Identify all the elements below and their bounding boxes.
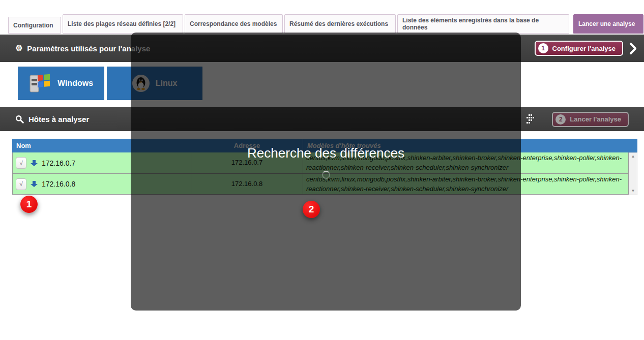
validate-check-button[interactable]: √: [16, 178, 26, 190]
tab-label: Configuration: [13, 22, 53, 29]
step-1-circle: 1: [538, 43, 548, 53]
windows-os-button[interactable]: Windows: [18, 67, 104, 100]
step-badge-1: 1: [20, 196, 38, 213]
scroll-up-icon[interactable]: ▲: [631, 154, 635, 159]
validate-check-button[interactable]: √: [16, 157, 26, 169]
gear-icon: ⚙: [15, 44, 22, 52]
launch-analysis-button[interactable]: 2 Lancer l'analyse: [552, 112, 629, 127]
tab-lancer-une-analyse[interactable]: Lancer une analyse: [573, 14, 643, 34]
tab-liste-des-plages-r-seau-d-finies-2-2[interactable]: Liste des plages réseau définies [2/2]: [63, 14, 183, 34]
configure-analysis-button[interactable]: 1 Configurer l'analyse: [535, 41, 623, 56]
windows-logo-icon: [29, 73, 51, 94]
step-badge-2: 2: [303, 201, 320, 218]
down-arrow-icon[interactable]: [31, 180, 38, 188]
loading-message: Recherche des différences: [131, 145, 521, 161]
tab-label: Correspondance des modèles: [190, 20, 277, 27]
tab-label: Lancer une analyse: [578, 20, 635, 27]
windows-button-label: Windows: [57, 79, 93, 88]
tab-r-sum-des-derni-res-ex-cutions[interactable]: Résumé des dernières exécutions: [284, 14, 396, 34]
configure-analysis-label: Configurer l'analyse: [552, 45, 616, 52]
tab-bar: ConfigurationListe des plages réseau déf…: [0, 14, 644, 34]
tasks-grid-icon[interactable]: [526, 114, 534, 125]
tab-correspondance-des-mod-les[interactable]: Correspondance des modèles: [185, 14, 283, 34]
scroll-down-icon[interactable]: ▼: [631, 189, 635, 193]
tab-label: Liste des plages réseau définies [2/2]: [68, 20, 175, 27]
params-section-title: ⚙ Paramètres utilisés pour l'analyse: [15, 44, 150, 53]
search-icon: [15, 115, 24, 123]
host-name-text: 172.16.0.7: [42, 159, 75, 167]
host-name-text: 172.16.0.8: [42, 180, 75, 188]
loading-spinner-icon: [322, 171, 330, 179]
launch-analysis-label: Lancer l'analyse: [570, 115, 621, 123]
hosts-title-text: Hôtes à analyser: [28, 115, 89, 123]
tab-label: Résumé des dernières exécutions: [289, 20, 388, 27]
app-page: ConfigurationListe des plages réseau déf…: [0, 0, 644, 340]
hosts-section-title: Hôtes à analyser: [15, 115, 89, 123]
loading-overlay: Recherche des différences: [131, 33, 521, 311]
table-scrollbar[interactable]: ▲ ▼: [629, 152, 637, 195]
step-2-circle: 2: [555, 114, 566, 125]
tab-configuration[interactable]: Configuration: [8, 17, 61, 34]
collapse-chevron-icon[interactable]: [629, 43, 637, 54]
down-arrow-icon[interactable]: [31, 160, 38, 167]
tab-liste-des-l-ments-enregistr-s-dans-la-ba[interactable]: Liste des éléments enregistrés dans la b…: [397, 14, 569, 34]
tab-label: Liste des éléments enregistrés dans la b…: [402, 17, 564, 31]
